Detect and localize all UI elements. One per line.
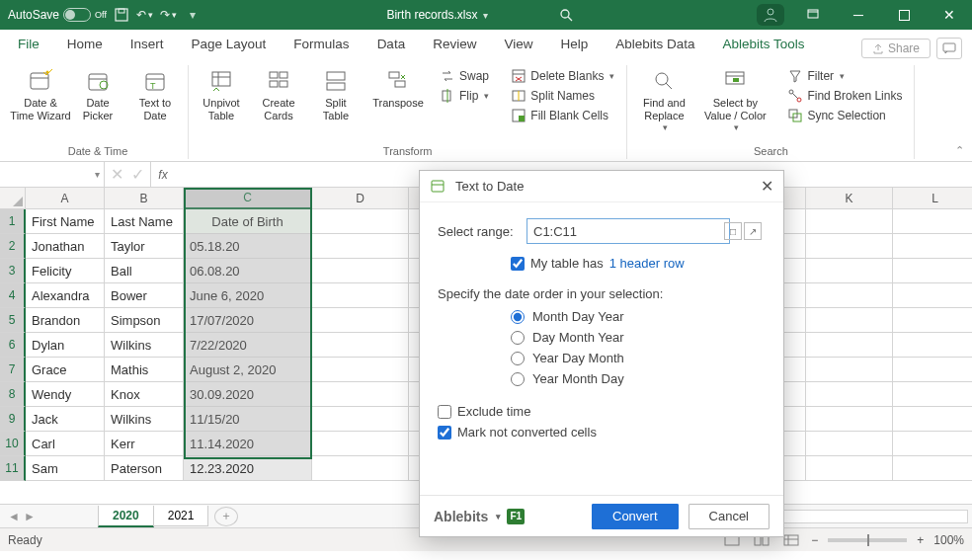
- tab-data[interactable]: Data: [364, 31, 420, 59]
- cell[interactable]: Ball: [105, 259, 184, 283]
- cell[interactable]: Felicity: [26, 259, 105, 283]
- cell[interactable]: [806, 234, 893, 259]
- date-time-wizard-button[interactable]: Date & Time Wizard: [16, 65, 65, 122]
- tab-ablebits-tools[interactable]: Ablebits Tools: [709, 31, 819, 59]
- row-header[interactable]: 3: [0, 259, 26, 283]
- find-broken-links-button[interactable]: Find Broken Links: [783, 87, 906, 105]
- has-header-checkbox[interactable]: [511, 257, 525, 271]
- help-f1-icon[interactable]: F1: [507, 509, 525, 524]
- dialog-titlebar[interactable]: Text to Date ✕: [420, 171, 783, 202]
- cell[interactable]: [893, 382, 972, 407]
- ribbon-display-icon[interactable]: [790, 0, 836, 30]
- cell[interactable]: [893, 333, 972, 358]
- zoom-slider[interactable]: [828, 538, 907, 542]
- tab-help[interactable]: Help: [546, 31, 602, 59]
- cancel-edit-icon[interactable]: ✕: [111, 165, 123, 184]
- cell[interactable]: Jonathan: [26, 234, 105, 259]
- column-header[interactable]: B: [105, 188, 184, 209]
- find-and-replace-button[interactable]: Find and Replace▾: [635, 65, 692, 132]
- filename-dropdown-icon[interactable]: ▾: [483, 10, 488, 21]
- save-icon[interactable]: [113, 6, 130, 24]
- row-header[interactable]: 6: [0, 333, 26, 358]
- exclude-time-checkbox[interactable]: [438, 405, 451, 419]
- cell[interactable]: [312, 358, 409, 382]
- cell[interactable]: 12.23.2020: [184, 456, 312, 481]
- chevron-down-icon[interactable]: ▾: [95, 169, 100, 180]
- transpose-button[interactable]: Transpose: [368, 65, 428, 110]
- search-icon[interactable]: [559, 8, 573, 22]
- cell[interactable]: [893, 358, 972, 382]
- column-header[interactable]: D: [312, 188, 409, 209]
- cell[interactable]: [806, 209, 893, 234]
- tab-ablebits-data[interactable]: Ablebits Data: [602, 31, 708, 59]
- cell[interactable]: 11.14.2020: [184, 432, 312, 456]
- cell[interactable]: 7/22/2020: [184, 333, 312, 358]
- cell[interactable]: [893, 432, 972, 456]
- cell[interactable]: Last Name: [105, 209, 184, 234]
- text-to-date-button[interactable]: T Text to Date: [130, 65, 180, 122]
- redo-icon[interactable]: ↷▾: [160, 6, 178, 24]
- header-row-link[interactable]: 1 header row: [609, 256, 685, 271]
- account-icon[interactable]: [757, 4, 784, 26]
- cell[interactable]: [312, 283, 409, 308]
- split-table-button[interactable]: Split Table: [311, 65, 361, 122]
- cell[interactable]: Paterson: [105, 456, 184, 481]
- expand-range-icon[interactable]: ↗: [744, 222, 762, 240]
- split-names-button[interactable]: Split Names: [507, 87, 618, 105]
- cell[interactable]: [893, 259, 972, 283]
- cell[interactable]: [312, 407, 409, 432]
- unpivot-table-button[interactable]: Unpivot Table: [197, 65, 246, 122]
- tab-view[interactable]: View: [490, 31, 546, 59]
- close-icon[interactable]: ✕: [927, 0, 972, 30]
- create-cards-button[interactable]: Create Cards: [254, 65, 303, 122]
- row-header[interactable]: 8: [0, 382, 26, 407]
- row-header[interactable]: 9: [0, 407, 26, 432]
- cell[interactable]: June 6, 2020: [184, 283, 312, 308]
- filter-button[interactable]: Filter▾: [783, 67, 906, 85]
- cell[interactable]: [893, 209, 972, 234]
- cell[interactable]: 11/15/20: [184, 407, 312, 432]
- radio-ymd[interactable]: [511, 372, 525, 386]
- select-all-corner[interactable]: [0, 188, 26, 209]
- select-by-value-button[interactable]: Select by Value / Color▾: [700, 65, 770, 132]
- cell[interactable]: [312, 259, 409, 283]
- cell[interactable]: [806, 407, 893, 432]
- column-header[interactable]: K: [806, 188, 893, 209]
- cell[interactable]: [806, 382, 893, 407]
- cell[interactable]: 30.09.2020: [184, 382, 312, 407]
- cell[interactable]: [312, 432, 409, 456]
- cell[interactable]: [312, 234, 409, 259]
- fx-icon[interactable]: fx: [151, 162, 175, 187]
- cell[interactable]: [893, 407, 972, 432]
- cell[interactable]: [893, 456, 972, 481]
- collapse-ribbon-icon[interactable]: ⌃: [955, 144, 964, 157]
- zoom-in-icon[interactable]: +: [917, 533, 924, 547]
- cell[interactable]: [806, 432, 893, 456]
- cell[interactable]: Grace: [26, 358, 105, 382]
- maximize-icon[interactable]: [881, 0, 927, 30]
- delete-blanks-button[interactable]: Delete Blanks▾: [507, 67, 618, 85]
- range-input[interactable]: [526, 218, 730, 244]
- cell[interactable]: [806, 456, 893, 481]
- row-header[interactable]: 10: [0, 432, 26, 456]
- row-header[interactable]: 7: [0, 358, 26, 382]
- tab-home[interactable]: Home: [53, 31, 117, 59]
- cell[interactable]: Wilkins: [105, 333, 184, 358]
- zoom-level[interactable]: 100%: [933, 533, 964, 547]
- cell[interactable]: 06.08.20: [184, 259, 312, 283]
- cell[interactable]: Mathis: [105, 358, 184, 382]
- minimize-icon[interactable]: ─: [836, 0, 881, 30]
- row-header[interactable]: 4: [0, 283, 26, 308]
- convert-button[interactable]: Convert: [592, 504, 679, 529]
- tab-review[interactable]: Review: [419, 31, 490, 59]
- tab-file[interactable]: File: [4, 31, 53, 59]
- cell[interactable]: Simpson: [105, 308, 184, 333]
- row-header[interactable]: 2: [0, 234, 26, 259]
- cell[interactable]: [893, 308, 972, 333]
- sheet-tab-2020[interactable]: 2020: [98, 506, 154, 527]
- cell[interactable]: [806, 259, 893, 283]
- column-header[interactable]: L: [893, 188, 972, 209]
- undo-icon[interactable]: ↶▾: [136, 6, 154, 24]
- cell[interactable]: Carl: [26, 432, 105, 456]
- row-header[interactable]: 11: [0, 456, 26, 481]
